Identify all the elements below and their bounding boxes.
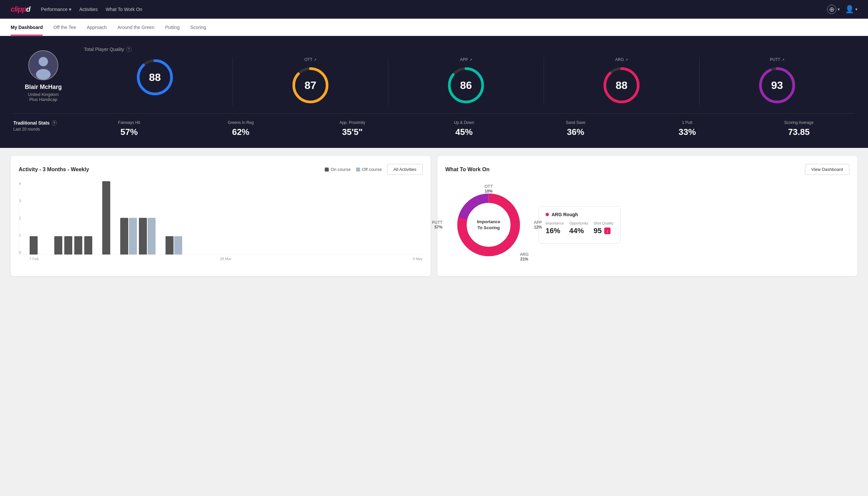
bar <box>30 236 38 254</box>
info-icon[interactable]: ? <box>126 47 131 52</box>
tab-scoring[interactable]: Scoring <box>190 19 206 36</box>
bar <box>139 218 147 254</box>
tabs-bar: My Dashboard Off the Tee Approach Around… <box>0 19 868 36</box>
wtwo-card-header: What To Work On View Dashboard <box>445 164 849 175</box>
y-axis: 0 1 2 3 4 <box>19 182 21 254</box>
bar <box>120 218 128 254</box>
nav-performance[interactable]: Performance ▾ <box>41 7 71 12</box>
player-country: United Kingdom <box>28 92 59 97</box>
dot-red-icon <box>546 213 549 216</box>
bar-group <box>74 236 82 254</box>
bar <box>147 218 156 254</box>
bar-group <box>30 236 38 254</box>
stat-1-putt: 1 Putt 33% <box>632 120 743 137</box>
arrow-icon: ↗ <box>314 58 316 62</box>
logo: clippd <box>11 5 30 14</box>
arg-label: ARG21% <box>520 252 528 262</box>
info-metrics: Importance 16% Opportunity 44% Shot Qual… <box>546 221 614 235</box>
stat-greens-in-reg: Greens In Reg 62% <box>185 120 297 137</box>
tab-putting[interactable]: Putting <box>165 19 180 36</box>
ott-ring: 87 <box>290 65 330 105</box>
user-menu-button[interactable]: 👤 ▾ <box>845 5 857 14</box>
activity-card-title: Activity - 3 Months - Weekly <box>19 167 89 173</box>
ott-label: OTT10% <box>485 184 493 193</box>
score-putt: PUTT ↗ 93 <box>699 57 855 105</box>
arrow-icon: ↗ <box>782 58 784 62</box>
bar-group <box>102 181 110 254</box>
player-name: Blair McHarg <box>25 83 62 91</box>
nav-activities[interactable]: Activities <box>79 7 98 12</box>
bar <box>102 181 110 254</box>
stat-fairways-hit: Fairways Hit 57% <box>73 120 185 137</box>
scores-row: 88 OTT ↗ 87 <box>84 57 855 105</box>
metric-opportunity: Opportunity 44% <box>569 221 588 235</box>
score-overall: 88 <box>84 57 233 105</box>
activity-card: Activity - 3 Months - Weekly On course O… <box>11 156 431 276</box>
bar <box>84 236 92 254</box>
hero-top: Blair McHarg United Kingdom Plus Handica… <box>13 47 855 105</box>
wtwo-body: Importance To Scoring OTT10% APP12% ARG2… <box>445 182 849 268</box>
what-to-work-on-card: What To Work On View Dashboard <box>437 156 857 276</box>
total-player-quality-label: Total Player Quality ? <box>84 47 855 52</box>
bar-group <box>54 236 62 254</box>
stats-items: Fairways Hit 57% Greens In Reg 62% App. … <box>73 120 855 137</box>
traditional-stats: Traditional Stats ? Last 20 rounds Fairw… <box>13 113 855 137</box>
bar-chart-wrapper: 0 1 2 3 4 <box>19 182 423 261</box>
bar <box>74 236 82 254</box>
all-activities-button[interactable]: All Activities <box>387 164 423 175</box>
bar-group <box>64 236 72 254</box>
legend-on-course: On course <box>325 167 351 172</box>
metric-importance: Importance 16% <box>546 221 564 235</box>
overall-ring: 88 <box>135 57 175 97</box>
arg-ring: 88 <box>601 65 642 105</box>
arrow-icon: ↗ <box>625 58 628 62</box>
app-label: APP12% <box>534 220 542 230</box>
bottom-section: Activity - 3 Months - Weekly On course O… <box>0 148 868 284</box>
putt-ring: 93 <box>757 65 797 105</box>
chevron-down-icon: ▾ <box>855 7 857 12</box>
arg-rough-card: ARG Rough Importance 16% Opportunity 44%… <box>539 206 620 244</box>
player-info: Blair McHarg United Kingdom Plus Handica… <box>13 50 73 102</box>
top-nav: clippd Performance ▾ Activities What To … <box>0 0 868 19</box>
bar-chart: 0 1 2 3 4 <box>19 182 423 255</box>
avatar <box>28 50 58 80</box>
donut-center: Importance To Scoring <box>477 219 500 231</box>
putt-label: PUTT57% <box>432 220 442 230</box>
x-axis-labels: 7 Feb 28 Mar 9 May <box>19 257 423 261</box>
on-course-dot <box>325 168 329 172</box>
scores-section: Total Player Quality ? 88 <box>84 47 855 105</box>
score-app: APP ↗ 86 <box>388 57 544 105</box>
info-icon[interactable]: ? <box>52 120 57 126</box>
tab-off-the-tee[interactable]: Off the Tee <box>53 19 76 36</box>
nav-right: ⊕ ▾ 👤 ▾ <box>827 5 857 14</box>
arrow-icon: ↗ <box>469 58 472 62</box>
nav-what-to-work-on[interactable]: What To Work On <box>106 7 142 12</box>
view-dashboard-button[interactable]: View Dashboard <box>805 164 849 175</box>
chevron-down-icon: ▾ <box>838 7 840 12</box>
stats-label-col: Traditional Stats ? Last 20 rounds <box>13 120 73 131</box>
bar-group <box>120 218 137 254</box>
hero-section: Blair McHarg United Kingdom Plus Handica… <box>0 36 868 148</box>
stat-app-proximity: App. Proximity 35'5" <box>297 120 408 137</box>
activity-card-header: Activity - 3 Months - Weekly On course O… <box>19 164 423 175</box>
bar-group <box>165 236 182 254</box>
bar-group <box>139 218 156 254</box>
add-button[interactable]: ⊕ ▾ <box>827 5 840 14</box>
stat-scoring-average: Scoring Average 73.85 <box>743 120 855 137</box>
bar <box>129 218 137 254</box>
bar <box>64 236 72 254</box>
metric-shot-quality: Shot Quality 95 ↓ <box>594 221 614 235</box>
chevron-down-icon: ▾ <box>69 7 71 12</box>
wtwo-title: What To Work On <box>445 167 490 173</box>
shot-quality-badge: ↓ <box>604 228 611 234</box>
score-arg: ARG ↗ 88 <box>544 57 699 105</box>
bar <box>165 236 174 254</box>
tab-my-dashboard[interactable]: My Dashboard <box>11 19 43 36</box>
chart-legend: On course Off course <box>325 167 382 172</box>
donut-chart-wrapper: Importance To Scoring OTT10% APP12% ARG2… <box>445 182 532 268</box>
tab-around-the-green[interactable]: Around the Green <box>117 19 154 36</box>
bar <box>174 236 182 254</box>
score-ott: OTT ↗ 87 <box>233 57 388 105</box>
svg-point-1 <box>38 57 48 66</box>
tab-approach[interactable]: Approach <box>86 19 107 36</box>
